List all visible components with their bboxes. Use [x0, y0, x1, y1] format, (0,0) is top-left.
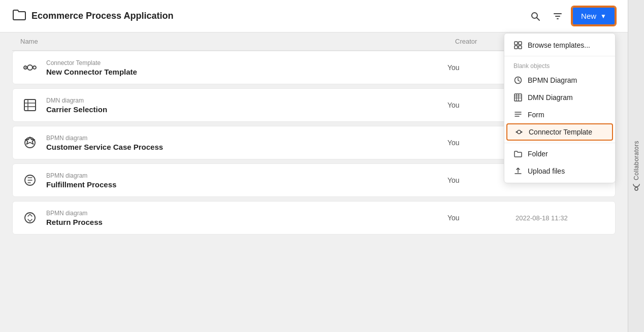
item-creator: You — [447, 176, 508, 184]
header-right: New ▼ Browse te — [527, 7, 616, 25]
bpmn-diagram-label: BPMN Diagram — [528, 76, 577, 84]
item-type: Connector Template — [46, 59, 440, 67]
blank-objects-section-label: Blank objects — [504, 58, 615, 72]
dropdown-menu: Browse templates... Blank objects BPMN D… — [504, 33, 616, 183]
folder-icon — [12, 9, 26, 23]
folder-label: Folder — [528, 150, 548, 158]
svg-point-13 — [25, 67, 26, 68]
table-row[interactable]: BPMN diagram Return Process You 2022-08-… — [12, 201, 616, 235]
item-info: BPMN diagram Return Process — [46, 210, 440, 226]
browse-templates-label: Browse templates... — [528, 41, 590, 49]
item-name: Customer Service Case Process — [46, 143, 440, 151]
item-creator: You — [447, 101, 508, 109]
dmn-diagram-icon — [513, 93, 523, 102]
item-creator: You — [447, 214, 508, 222]
svg-point-10 — [27, 65, 33, 70]
form-item[interactable]: Form — [504, 106, 615, 123]
bpmn-diagram-item[interactable]: BPMN Diagram — [504, 72, 615, 89]
person-icon — [632, 183, 640, 191]
item-icon-bpmn-3 — [21, 209, 39, 227]
app-title: Ecommerce Process Application — [31, 11, 173, 21]
svg-rect-4 — [519, 46, 522, 49]
svg-point-18 — [635, 187, 638, 190]
collaborators-sidebar[interactable]: Collaborators — [628, 0, 644, 332]
dmn-diagram-label: DMN Diagram — [528, 93, 573, 102]
form-icon — [513, 111, 523, 119]
svg-point-8 — [516, 131, 518, 133]
folder-icon-dropdown — [513, 150, 523, 157]
browse-templates-icon — [513, 41, 523, 49]
browse-templates-item[interactable]: Browse templates... — [504, 37, 615, 54]
item-name: Return Process — [46, 218, 440, 226]
item-type: BPMN diagram — [46, 210, 440, 217]
col-name-header: Name — [20, 38, 455, 45]
dmn-diagram-item[interactable]: DMN Diagram — [504, 89, 615, 106]
connector-template-icon — [514, 128, 524, 136]
bpmn-diagram-icon — [513, 76, 523, 84]
item-type: BPMN diagram — [46, 135, 440, 142]
svg-rect-14 — [24, 99, 36, 111]
svg-rect-3 — [514, 46, 518, 49]
item-name: New Connector Template — [46, 68, 440, 76]
item-info: BPMN diagram Customer Service Case Proce… — [46, 135, 440, 151]
item-name: Carrier Selection — [46, 105, 440, 114]
dropdown-divider-1 — [504, 56, 615, 56]
new-button-label: New — [581, 12, 596, 20]
header-left: Ecommerce Process Application — [12, 9, 173, 23]
svg-point-9 — [521, 131, 523, 133]
filter-button[interactable] — [550, 8, 566, 24]
item-info: Connector Template New Connector Templat… — [46, 59, 440, 76]
svg-rect-2 — [519, 42, 522, 45]
header: Ecommerce Process Application New ▼ — [0, 0, 628, 32]
new-button[interactable]: New ▼ — [572, 7, 616, 25]
item-type: BPMN diagram — [46, 172, 440, 179]
svg-point-7 — [518, 130, 521, 134]
item-icon-connector — [21, 58, 39, 77]
collaborators-label: Collaborators — [632, 141, 640, 191]
filter-icon — [553, 11, 563, 21]
connector-template-label: Connector Template — [529, 128, 592, 136]
item-type: DMN diagram — [46, 97, 440, 104]
chevron-down-icon: ▼ — [600, 13, 606, 20]
item-icon-bpmn — [21, 134, 39, 152]
item-creator: You — [447, 63, 508, 72]
search-button[interactable] — [527, 8, 543, 24]
upload-files-item[interactable]: Upload files — [504, 162, 615, 180]
item-icon-dmn — [21, 96, 39, 114]
dropdown-divider-2 — [504, 143, 615, 143]
upload-icon — [513, 167, 523, 175]
svg-rect-1 — [514, 42, 518, 45]
item-icon-bpmn-2 — [21, 171, 39, 189]
item-date: 2022-08-18 11:32 — [516, 214, 607, 222]
connector-template-item[interactable]: Connector Template — [506, 123, 613, 141]
svg-rect-6 — [514, 94, 522, 101]
search-icon — [530, 11, 540, 21]
folder-item[interactable]: Folder — [504, 145, 615, 162]
form-label: Form — [528, 111, 544, 119]
upload-files-label: Upload files — [528, 167, 565, 175]
svg-point-12 — [33, 66, 36, 69]
item-info: DMN diagram Carrier Selection — [46, 97, 440, 114]
item-name: Fulfillment Process — [46, 180, 440, 189]
item-creator: You — [447, 139, 508, 147]
item-info: BPMN diagram Fulfillment Process — [46, 172, 440, 189]
